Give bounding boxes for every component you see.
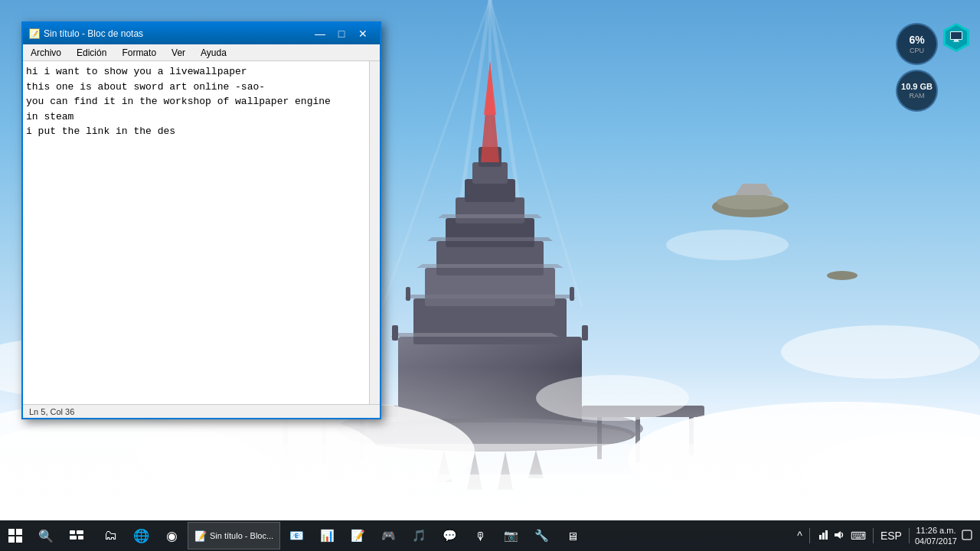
taskbar-notepad-label: Sin título - Bloc... — [210, 531, 273, 540]
taskbar-app9[interactable]: 🔧 — [528, 522, 555, 549]
tray-separator — [809, 528, 810, 543]
svg-marker-20 — [438, 214, 542, 218]
statusbar-text: Ln 5, Col 36 — [29, 407, 74, 416]
taskbar-app5[interactable]: 🎵 — [405, 522, 433, 549]
svg-rect-24 — [582, 325, 588, 341]
notepad-scrollbar[interactable] — [369, 61, 380, 404]
svg-rect-75 — [962, 530, 972, 540]
svg-rect-65 — [8, 536, 15, 543]
taskbar-app6[interactable]: 💬 — [436, 522, 463, 549]
minimize-button[interactable]: — — [309, 23, 331, 44]
svg-line-2 — [444, 0, 490, 321]
svg-rect-8 — [413, 298, 567, 344]
svg-rect-14 — [472, 162, 508, 184]
svg-rect-10 — [436, 241, 544, 276]
taskbar-app1[interactable]: 📧 — [283, 522, 310, 549]
svg-marker-43 — [735, 184, 773, 195]
svg-rect-11 — [446, 218, 534, 247]
svg-rect-61 — [954, 40, 959, 41]
taskbar-app4[interactable]: 🎮 — [374, 522, 402, 549]
taskbar-file-explorer[interactable]: 🗂 — [96, 522, 124, 549]
svg-rect-73 — [825, 530, 828, 540]
taskbar-notepad-active[interactable]: 📝 Sin título - Bloc... — [188, 522, 280, 549]
svg-rect-66 — [16, 536, 22, 543]
taskbar-app8[interactable]: 📷 — [497, 522, 524, 549]
svg-marker-74 — [835, 531, 841, 539]
system-widget: 6% CPU 10.9 GB RAM — [896, 23, 938, 112]
keyboard-icon[interactable]: ⌨ — [849, 530, 867, 542]
ram-label: RAM — [910, 92, 925, 100]
svg-marker-19 — [427, 237, 553, 241]
svg-rect-64 — [16, 529, 22, 535]
cpu-widget: 6% CPU — [896, 23, 938, 65]
svg-rect-15 — [479, 147, 501, 167]
clock-time: 11:26 a.m. — [915, 525, 957, 536]
notepad-statusbar: Ln 5, Col 36 — [23, 404, 380, 418]
taskbar-edge[interactable]: 🌐 — [127, 522, 155, 549]
tray-separator3 — [909, 528, 910, 543]
svg-point-44 — [827, 271, 858, 280]
svg-rect-70 — [78, 536, 83, 540]
cpu-percent: 6% — [909, 34, 924, 47]
hwinfo-icon[interactable] — [940, 21, 971, 52]
notepad-window: 📝 Sin título - Bloc de notas — □ ✕ Archi… — [21, 21, 381, 419]
menu-archivo[interactable]: Archivo — [23, 44, 69, 60]
taskbar-app7[interactable]: 🎙 — [466, 522, 494, 549]
svg-marker-22 — [484, 61, 496, 115]
svg-rect-68 — [77, 530, 83, 534]
svg-rect-26 — [570, 287, 574, 301]
network-icon[interactable] — [815, 530, 829, 542]
svg-marker-17 — [404, 295, 576, 298]
cpu-label: CPU — [910, 47, 924, 55]
taskbar-app2[interactable]: 📊 — [313, 522, 341, 549]
volume-icon[interactable] — [832, 530, 846, 542]
svg-rect-69 — [70, 536, 77, 540]
ram-widget: 10.9 GB RAM — [896, 70, 938, 112]
tray-separator2 — [873, 528, 874, 543]
ram-value: 10.9 GB — [901, 82, 933, 92]
notifications-icon[interactable] — [960, 530, 974, 543]
svg-rect-23 — [392, 325, 398, 341]
start-button[interactable] — [2, 522, 29, 549]
search-button[interactable]: 🔍 — [32, 522, 60, 549]
svg-rect-63 — [8, 529, 15, 535]
svg-rect-25 — [406, 287, 410, 301]
language-indicator[interactable]: ESP — [879, 530, 903, 542]
svg-marker-21 — [481, 61, 499, 162]
taskbar-app3[interactable]: 📝 — [344, 522, 371, 549]
svg-rect-71 — [819, 535, 822, 540]
notepad-textarea[interactable] — [23, 61, 380, 404]
menu-ayuda[interactable]: Ayuda — [193, 44, 234, 60]
taskbar-app10[interactable]: 🖥 — [558, 522, 586, 549]
taskbar-chrome[interactable]: ◉ — [158, 522, 185, 549]
menu-ver[interactable]: Ver — [164, 44, 193, 60]
svg-point-54 — [666, 230, 789, 260]
notepad-menubar: Archivo Edición Formato Ver Ayuda — [23, 44, 380, 61]
notepad-title: Sin título - Bloc de notas — [44, 28, 309, 39]
close-button[interactable]: ✕ — [352, 23, 374, 44]
notepad-titlebar[interactable]: 📝 Sin título - Bloc de notas — □ ✕ — [23, 23, 380, 44]
svg-rect-67 — [70, 530, 75, 534]
system-tray: ^ ⌨ ESP 11:26 a.m. 04/07/2017 — [789, 525, 980, 547]
notepad-app-icon: 📝 — [29, 28, 40, 39]
svg-marker-18 — [416, 264, 564, 268]
notepad-content-area[interactable] — [23, 61, 380, 404]
menu-edicion[interactable]: Edición — [69, 44, 114, 60]
svg-rect-9 — [425, 268, 555, 306]
svg-rect-62 — [953, 41, 959, 42]
taskbar-apps: 🗂 🌐 ◉ 📝 Sin título - Bloc... 📧 📊 📝 🎮 🎵 💬… — [92, 522, 789, 549]
taskbar: 🔍 🗂 🌐 ◉ 📝 Sin título - Bloc... 📧 📊 📝 🎮 🎵… — [0, 520, 980, 551]
system-clock[interactable]: 11:26 a.m. 04/07/2017 — [915, 525, 957, 547]
svg-line-1 — [383, 0, 490, 306]
clock-date: 04/07/2017 — [915, 536, 957, 546]
svg-rect-72 — [822, 533, 825, 540]
svg-line-4 — [490, 0, 536, 321]
menu-formato[interactable]: Formato — [114, 44, 164, 60]
svg-rect-12 — [456, 197, 524, 223]
svg-line-5 — [490, 0, 582, 306]
maximize-button[interactable]: □ — [331, 23, 352, 44]
task-view-button[interactable] — [63, 522, 90, 549]
svg-marker-16 — [390, 333, 559, 337]
show-hidden-icons[interactable]: ^ — [795, 530, 804, 542]
svg-point-42 — [717, 194, 784, 210]
